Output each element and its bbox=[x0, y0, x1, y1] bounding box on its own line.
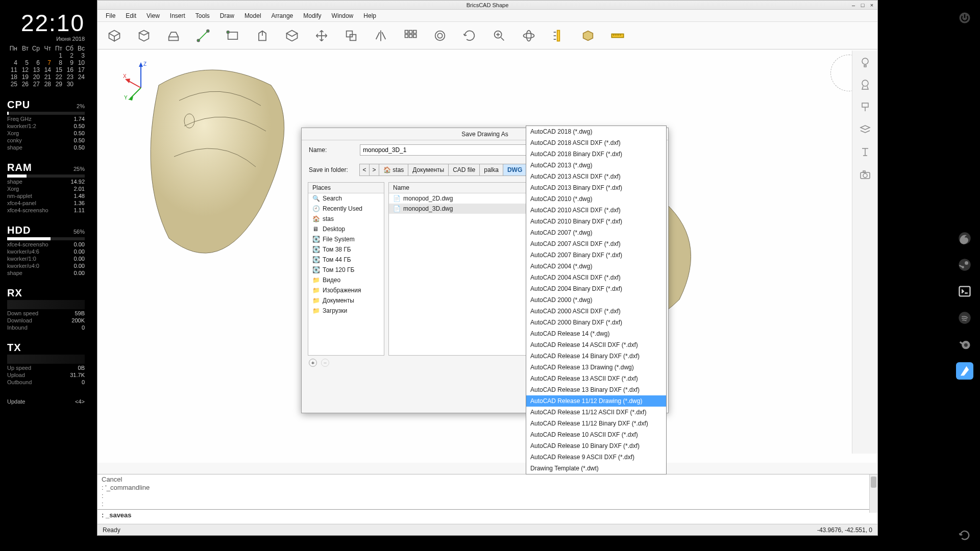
draw-box-tool[interactable] bbox=[134, 26, 154, 45]
places-list[interactable]: Places 🔍Search🕘Recently Used🏠stas🖥Deskto… bbox=[308, 182, 384, 356]
crumb-4[interactable]: DWG bbox=[503, 164, 527, 176]
format-option[interactable]: AutoCAD 2013 (*.dwg) bbox=[526, 160, 666, 171]
format-option[interactable]: AutoCAD 2004 (*.dwg) bbox=[526, 261, 666, 272]
format-option[interactable]: AutoCAD Release 10 ASCII DXF (*.dxf) bbox=[526, 429, 666, 440]
menu-modify[interactable]: Modify bbox=[299, 11, 325, 21]
format-option[interactable]: AutoCAD 2010 (*.dwg) bbox=[526, 193, 666, 205]
format-dropdown[interactable]: AutoCAD 2018 (*.dwg)AutoCAD 2018 ASCII D… bbox=[526, 126, 667, 474]
cube-tool[interactable] bbox=[105, 26, 124, 45]
menu-view[interactable]: View bbox=[142, 11, 164, 21]
format-option[interactable]: AutoCAD 2010 Binary DXF (*.dxf) bbox=[526, 216, 666, 227]
measure-tool[interactable] bbox=[608, 26, 627, 45]
format-option[interactable]: AutoCAD Release 11/12 ASCII DXF (*.dxf) bbox=[526, 407, 666, 418]
array-tool[interactable] bbox=[401, 26, 420, 45]
format-option[interactable]: AutoCAD 2000 (*.dwg) bbox=[526, 294, 666, 306]
bricscad-icon[interactable] bbox=[956, 362, 973, 380]
crumb-3[interactable]: palka bbox=[479, 164, 503, 176]
place-item[interactable]: 📁Документы bbox=[308, 295, 384, 306]
bulb-icon[interactable] bbox=[857, 55, 873, 70]
format-option[interactable]: AutoCAD 2004 Binary DXF (*.dxf) bbox=[526, 283, 666, 294]
menu-window[interactable]: Window bbox=[328, 11, 358, 21]
titlebar[interactable]: BricsCAD Shape – □ × bbox=[97, 1, 877, 10]
place-item[interactable]: 💽Том 120 ГБ bbox=[308, 265, 384, 275]
balloon-icon[interactable] bbox=[857, 77, 873, 92]
format-option[interactable]: AutoCAD Release 10 Binary DXF (*.dxf) bbox=[526, 440, 666, 452]
breadcrumb-fwd[interactable]: > bbox=[369, 164, 379, 176]
format-option[interactable]: Drawing Template (*.dwt) bbox=[526, 463, 666, 474]
place-item[interactable]: 📁Загрузки bbox=[308, 306, 384, 316]
blender-icon[interactable] bbox=[956, 336, 973, 353]
crumb-0[interactable]: 🏠 stas bbox=[379, 164, 408, 176]
menu-file[interactable]: File bbox=[102, 11, 119, 21]
format-option[interactable]: AutoCAD 2013 Binary DXF (*.dxf) bbox=[526, 182, 666, 193]
maximize-icon[interactable]: □ bbox=[859, 1, 866, 10]
extrude-tool[interactable] bbox=[164, 26, 183, 45]
place-item[interactable]: 🏠stas bbox=[308, 214, 384, 224]
format-option[interactable]: AutoCAD 2007 (*.dwg) bbox=[526, 227, 666, 238]
format-option[interactable]: AutoCAD 2018 (*.dwg) bbox=[526, 126, 666, 137]
format-option[interactable]: AutoCAD Release 14 Binary DXF (*.dxf) bbox=[526, 350, 666, 362]
scrollbar[interactable] bbox=[869, 474, 877, 513]
pushpull-tool[interactable] bbox=[253, 26, 272, 45]
format-option[interactable]: AutoCAD Release 14 (*.dwg) bbox=[526, 328, 666, 339]
layers-icon[interactable] bbox=[857, 122, 873, 137]
zoom-tool[interactable] bbox=[489, 26, 509, 45]
format-option[interactable]: AutoCAD 2000 ASCII DXF (*.dxf) bbox=[526, 306, 666, 317]
menu-arrange[interactable]: Arrange bbox=[267, 11, 298, 21]
place-item[interactable]: 🖥Desktop bbox=[308, 224, 384, 234]
place-item[interactable]: 💽File System bbox=[308, 234, 384, 244]
close-icon[interactable]: × bbox=[868, 1, 875, 10]
minimize-icon[interactable]: – bbox=[850, 1, 857, 10]
format-option[interactable]: AutoCAD 2018 Binary DXF (*.dxf) bbox=[526, 148, 666, 160]
breadcrumb[interactable]: < > 🏠 stasДокументыCAD filepalkaDWG bbox=[360, 164, 527, 176]
orbit-tool[interactable] bbox=[519, 26, 538, 45]
line-tool[interactable] bbox=[193, 26, 213, 45]
menu-help[interactable]: Help bbox=[359, 11, 380, 21]
format-option[interactable]: AutoCAD Release 9 ASCII DXF (*.dxf) bbox=[526, 452, 666, 463]
menu-tools[interactable]: Tools bbox=[191, 11, 214, 21]
format-option[interactable]: AutoCAD Release 14 ASCII DXF (*.dxf) bbox=[526, 339, 666, 350]
move-tool[interactable] bbox=[312, 26, 331, 45]
format-option[interactable]: AutoCAD Release 13 Drawing (*.dwg) bbox=[526, 362, 666, 373]
text-tool-icon[interactable] bbox=[857, 144, 873, 160]
format-option[interactable]: AutoCAD 2013 ASCII DXF (*.dxf) bbox=[526, 171, 666, 182]
spotify-icon[interactable] bbox=[956, 309, 973, 327]
format-option[interactable]: AutoCAD 2010 ASCII DXF (*.dxf) bbox=[526, 205, 666, 216]
menu-model[interactable]: Model bbox=[240, 11, 265, 21]
paint-icon[interactable] bbox=[857, 99, 873, 115]
format-option[interactable]: AutoCAD 2007 Binary DXF (*.dxf) bbox=[526, 249, 666, 261]
terminal-icon[interactable] bbox=[956, 283, 973, 300]
component-tool[interactable] bbox=[282, 26, 302, 45]
steam-icon[interactable] bbox=[956, 256, 973, 273]
material-tool[interactable] bbox=[578, 26, 598, 45]
format-option[interactable]: AutoCAD 2000 Binary DXF (*.dxf) bbox=[526, 317, 666, 328]
format-option[interactable]: AutoCAD 2007 ASCII DXF (*.dxf) bbox=[526, 238, 666, 249]
format-option[interactable]: AutoCAD 2018 ASCII DXF (*.dxf) bbox=[526, 137, 666, 148]
crumb-1[interactable]: Документы bbox=[408, 164, 449, 176]
format-option[interactable]: AutoCAD Release 11/12 Drawing (*.dwg) bbox=[526, 395, 666, 407]
offset-tool[interactable] bbox=[430, 26, 450, 45]
mirror-tool[interactable] bbox=[371, 26, 390, 45]
format-option[interactable]: AutoCAD 2004 ASCII DXF (*.dxf) bbox=[526, 272, 666, 283]
rotate-tool[interactable] bbox=[460, 26, 479, 45]
menu-insert[interactable]: Insert bbox=[166, 11, 189, 21]
breadcrumb-back[interactable]: < bbox=[359, 164, 370, 176]
place-item[interactable]: 🕘Recently Used bbox=[308, 204, 384, 214]
command-input[interactable]: _saveas bbox=[106, 511, 132, 519]
menubar[interactable]: FileEditViewInsertToolsDrawModelArrangeM… bbox=[97, 10, 877, 22]
camera-icon[interactable] bbox=[857, 167, 873, 182]
format-option[interactable]: AutoCAD Release 13 ASCII DXF (*.dxf) bbox=[526, 373, 666, 384]
copy-tool[interactable] bbox=[341, 26, 361, 45]
refresh-icon[interactable] bbox=[956, 527, 973, 544]
menu-edit[interactable]: Edit bbox=[121, 11, 140, 21]
remove-bookmark-button[interactable]: − bbox=[321, 359, 329, 367]
add-bookmark-button[interactable]: + bbox=[309, 359, 317, 367]
place-item[interactable]: 🔍Search bbox=[308, 193, 384, 204]
firefox-icon[interactable] bbox=[956, 230, 973, 247]
rect-tool[interactable] bbox=[223, 26, 242, 45]
format-option[interactable]: AutoCAD Release 13 Binary DXF (*.dxf) bbox=[526, 384, 666, 395]
place-item[interactable]: 📁Видео bbox=[308, 275, 384, 285]
format-option[interactable]: AutoCAD Release 11/12 Binary DXF (*.dxf) bbox=[526, 418, 666, 429]
place-item[interactable]: 💽Том 38 ГБ bbox=[308, 244, 384, 255]
power-icon[interactable] bbox=[956, 9, 973, 27]
